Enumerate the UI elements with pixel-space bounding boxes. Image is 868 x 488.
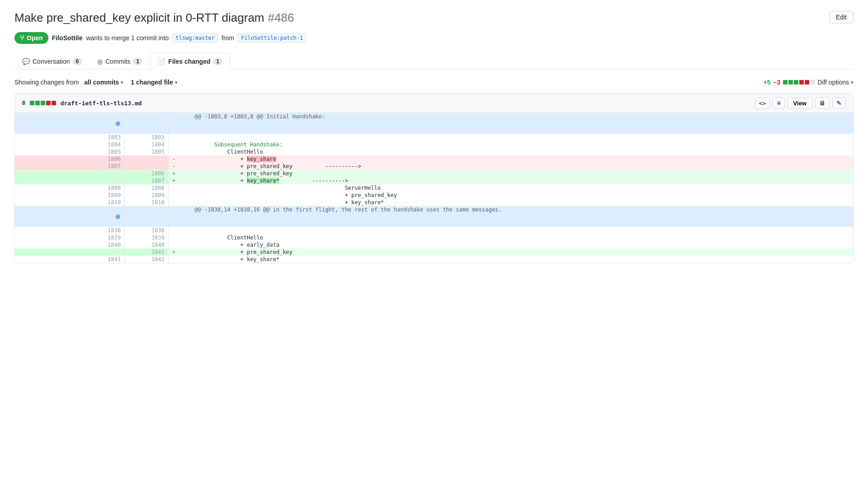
changed-files-dropdown[interactable]: 1 changed file ▾ xyxy=(131,79,177,86)
rich-diff-button[interactable]: ≡ xyxy=(773,97,784,109)
expand-icon-2[interactable]: ⊕ xyxy=(115,213,121,220)
added-highlight: key_share* xyxy=(247,178,279,184)
diff-options-dropdown[interactable]: Diff options ▾ xyxy=(817,79,854,86)
table-row: 1838 1838 xyxy=(15,227,853,234)
pr-meta: ⑂ Open FiloSottile wants to merge 1 comm… xyxy=(14,32,854,44)
table-row: 1804 1804 Subsequent Handshake: xyxy=(15,141,853,148)
document-icon: ≡ xyxy=(777,99,780,107)
file-stat-2 xyxy=(35,101,40,105)
tab-bar: 💬 Conversation 0 ◎ Commits 1 📄 Files cha… xyxy=(14,53,854,70)
file-stat-4 xyxy=(46,101,51,105)
file-diff-block: 8 draft-ietf-tls-tls13.md <> ≡ View xyxy=(14,93,854,263)
table-row: 1807 - + pre_shared_key ----------> xyxy=(15,163,853,170)
table-row: 1810 1810 + key_share* xyxy=(15,199,853,206)
diff-table: ⊕ @@ -1803,8 +1803,8 @@ Initial Handshak… xyxy=(15,113,853,263)
source-view-button[interactable]: <> xyxy=(755,98,770,109)
file-header: 8 draft-ietf-tls-tls13.md <> ≡ View xyxy=(15,94,853,113)
table-row: 1803 1803 xyxy=(15,134,853,141)
hunk-2-header: ⊕ @@ -1838,14 +1838,16 @@ in the first f… xyxy=(15,206,853,227)
conversation-icon: 💬 xyxy=(22,58,30,65)
table-row: 1805 1805 ClientHello xyxy=(15,148,853,155)
table-row: 1806 - + key_share xyxy=(15,155,853,163)
table-row: 1807 + + key_share* ----------> xyxy=(15,177,853,184)
stat-seg-4 xyxy=(799,80,804,84)
table-row: 1808 1808 ServerHello xyxy=(15,184,853,192)
stat-seg-3 xyxy=(794,80,798,84)
stat-seg-2 xyxy=(788,80,793,84)
view-file-button[interactable]: View xyxy=(788,98,812,109)
expand-icon-1[interactable]: ⊕ xyxy=(115,120,121,127)
table-row: 1841 + + pre_shared_key xyxy=(15,249,853,256)
showing-changes-dropdown[interactable]: Showing changes from all commits ▾ xyxy=(14,79,123,86)
merge-icon: ⑂ xyxy=(20,34,24,42)
diff-stats: +5 –3 Diff options ▾ xyxy=(764,79,854,86)
open-badge: ⑂ Open xyxy=(14,32,48,44)
stat-seg-6 xyxy=(810,80,815,84)
commits-icon: ◎ xyxy=(97,58,103,65)
target-branch[interactable]: tlswg:master xyxy=(172,33,218,42)
display-icon: 🖥 xyxy=(819,99,826,107)
pr-author: FiloSottile xyxy=(52,34,83,42)
chevron-down-icon-2: ▾ xyxy=(175,80,178,85)
file-stat-3 xyxy=(41,101,45,105)
chevron-down-icon: ▾ xyxy=(121,80,123,85)
table-row: 1840 1840 + early_data xyxy=(15,241,853,249)
tab-conversation[interactable]: 💬 Conversation 0 xyxy=(14,53,90,70)
table-row: 1839 1839 ClientHello xyxy=(15,234,853,241)
edit-file-button[interactable]: ✎ xyxy=(832,97,846,109)
files-changed-icon: 📄 xyxy=(158,58,165,65)
table-row: 1806 + + pre_shared_key xyxy=(15,170,853,177)
deleted-highlight: key_share xyxy=(247,156,276,162)
file-name: draft-ietf-tls-tls13.md xyxy=(61,100,142,107)
hunk-1-header: ⊕ @@ -1803,8 +1803,8 @@ Initial Handshak… xyxy=(15,113,853,134)
table-row: 1809 1809 + pre_shared_key xyxy=(15,192,853,199)
tab-commits[interactable]: ◎ Commits 1 xyxy=(90,53,150,70)
diff-toolbar: Showing changes from all commits ▾ 1 cha… xyxy=(14,79,854,86)
file-change-count: 8 xyxy=(22,100,25,106)
display-mode-button[interactable]: 🖥 xyxy=(815,97,830,109)
file-stat-5 xyxy=(52,101,56,105)
tab-files-changed[interactable]: 📄 Files changed 1 xyxy=(150,53,230,70)
chevron-down-icon-3: ▾ xyxy=(851,80,854,85)
stat-seg-1 xyxy=(783,80,788,84)
code-icon: <> xyxy=(759,100,766,107)
table-row: 1841 1842 + key_share* xyxy=(15,256,853,263)
source-branch[interactable]: FiloSottile:patch-1 xyxy=(238,33,306,42)
file-stat-1 xyxy=(30,101,34,105)
edit-icon: ✎ xyxy=(836,99,842,107)
stat-seg-5 xyxy=(805,80,809,84)
stat-bar xyxy=(783,80,815,84)
edit-button[interactable]: Edit xyxy=(829,11,854,23)
file-stat-bar xyxy=(30,101,56,105)
page-title: Make pre_shared_key explicit in 0-RTT di… xyxy=(14,11,829,25)
